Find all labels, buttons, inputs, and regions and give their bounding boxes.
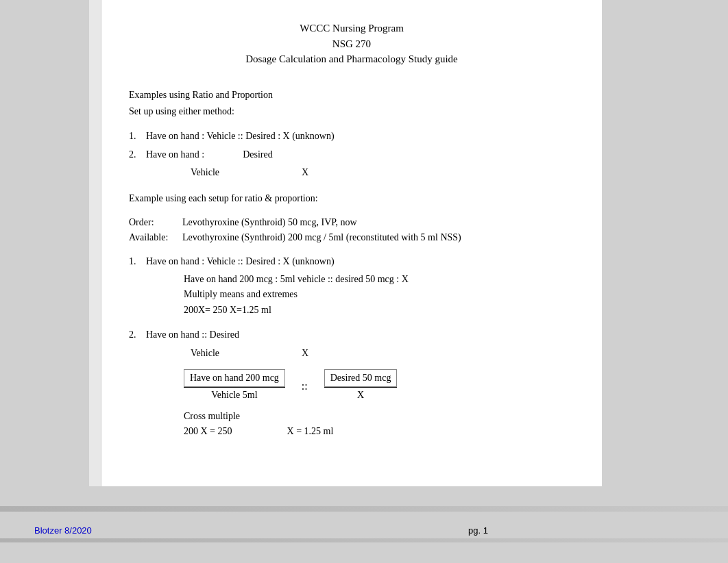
order-line: Order: Levothyroxine (Synthroid) 50 mcg,… — [129, 215, 574, 230]
ex2-vehicle-x-row: Vehicle X — [191, 346, 574, 361]
header-line2: NSG 270 — [129, 36, 574, 52]
ex2-item: 2. Have on hand :: Desired — [129, 327, 574, 342]
ex2-vehicle: Vehicle — [191, 346, 219, 361]
ex2-frac-den2: X — [340, 388, 381, 403]
ex2-frac-num1: Have on hand 200 mcg — [184, 369, 285, 388]
method-2-have: Have on hand : Desired — [146, 147, 574, 162]
method-2-vehicle: Vehicle — [191, 165, 219, 180]
example-methods-block: 1. Have on hand : Vehicle :: Desired : X… — [129, 254, 574, 440]
ex2-number: 2. — [129, 327, 146, 342]
ex2-calc-row: 200 X = 250 X = 1.25 ml — [184, 424, 574, 439]
ex1-item: 1. Have on hand : Vehicle :: Desired : X… — [129, 254, 574, 269]
ex2-separator: :: — [302, 377, 308, 395]
available-label: Available: — [129, 230, 177, 245]
ex1-sub1: Have on hand 200 mcg : 5ml vehicle :: de… — [184, 272, 574, 287]
left-bar — [89, 0, 101, 486]
ex2-fraction-display: Have on hand 200 mcg Vehicle 5ml :: Desi… — [184, 369, 574, 403]
method-2-x: X — [302, 165, 308, 180]
ex2-frac-num2-text: Desired 50 mcg — [324, 369, 398, 387]
method-2-block: 2. Have on hand : Desired Vehicle X — [129, 147, 574, 181]
order-section: Order: Levothyroxine (Synthroid) 50 mcg,… — [129, 215, 574, 246]
ex2-cross: Cross multiple — [184, 409, 574, 424]
example-intro: Example using each setup for ratio & pro… — [129, 191, 574, 206]
available-text: Levothyroxine (Synthroid) 200 mcg / 5ml … — [182, 230, 461, 245]
footer-page: pg. 1 — [468, 525, 488, 536]
order-text: Levothyroxine (Synthroid) 50 mcg, IVP, n… — [182, 215, 357, 230]
footer: Blotzer 8/2020 pg. 1 — [0, 525, 728, 536]
ex2-calc1: 200 X = 250 — [184, 424, 232, 439]
ex2-text: Have on hand :: Desired — [146, 327, 574, 342]
header-line3: Dosage Calculation and Pharmacology Stud… — [129, 51, 574, 67]
ex2-fraction-right: Desired 50 mcg X — [324, 369, 398, 403]
intro-line1: Examples using Ratio and Proportion — [129, 88, 574, 103]
order-label: Order: — [129, 215, 177, 230]
ex1-text: Have on hand : Vehicle :: Desired : X (u… — [146, 254, 574, 269]
method-2-number: 2. — [129, 147, 146, 162]
bottom-bar — [0, 538, 728, 542]
method-1-item: 1. Have on hand : Vehicle :: Desired : X… — [129, 129, 574, 144]
ex1-sub3: 200X= 250 X=1.25 ml — [184, 303, 574, 318]
ex2-calc2: X = 1.25 ml — [287, 424, 334, 439]
method-2-item: 2. Have on hand : Desired — [129, 147, 574, 162]
available-line: Available: Levothyroxine (Synthroid) 200… — [129, 230, 574, 245]
header-line1: WCCC Nursing Program — [129, 21, 574, 36]
intro-line2: Set up using either method: — [129, 104, 574, 119]
method-1-number: 1. — [129, 129, 146, 144]
document-area: WCCC Nursing Program NSG 270 Dosage Calc… — [101, 0, 602, 486]
method-2-fraction-row: Vehicle X — [191, 165, 574, 180]
ex2-frac-num2: Desired 50 mcg — [324, 369, 398, 388]
document-header: WCCC Nursing Program NSG 270 Dosage Calc… — [129, 21, 574, 67]
ex1-sub2: Multiply means and extremes — [184, 287, 574, 302]
footer-bar — [0, 506, 728, 512]
method-1-text: Have on hand : Vehicle :: Desired : X (u… — [146, 129, 574, 144]
ex2-frac-den1: Vehicle 5ml — [211, 388, 257, 403]
content-area: Examples using Ratio and Proportion Set … — [129, 88, 574, 440]
ex2-fraction-left: Have on hand 200 mcg Vehicle 5ml — [184, 369, 285, 403]
ex1-number: 1. — [129, 254, 146, 269]
footer-author: Blotzer 8/2020 — [34, 525, 92, 536]
ex2-frac-num1-text: Have on hand 200 mcg — [184, 369, 285, 387]
ex2-x: X — [302, 346, 308, 361]
page-wrapper: WCCC Nursing Program NSG 270 Dosage Calc… — [0, 0, 728, 563]
